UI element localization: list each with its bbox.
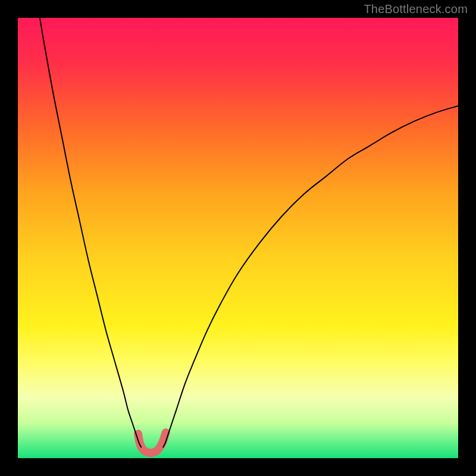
chart-stage: TheBottleneck.com — [0, 0, 476, 476]
bottleneck-chart — [0, 0, 476, 476]
